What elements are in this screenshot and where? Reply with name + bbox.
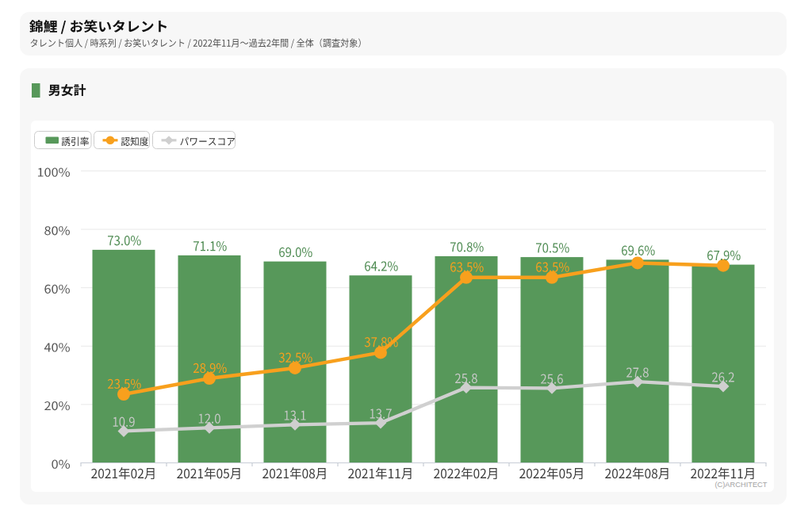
svg-text:(C)ARCHITECT: (C)ARCHITECT xyxy=(714,481,767,489)
